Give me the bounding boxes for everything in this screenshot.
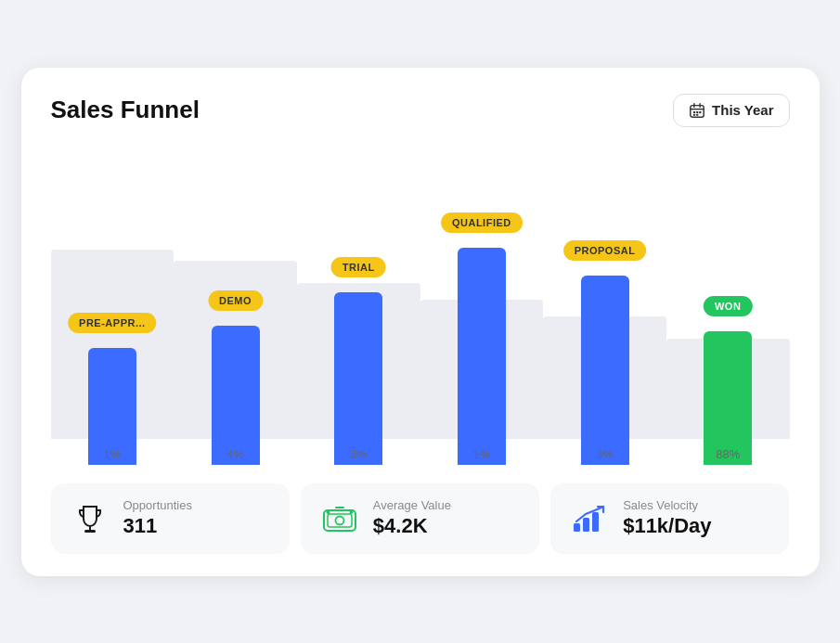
funnel-col-won: WON88% xyxy=(666,149,790,465)
stat-card-average-value: Average Value$4.2K xyxy=(301,483,539,554)
svg-rect-18 xyxy=(583,518,589,532)
stat-value-average-value: $4.2K xyxy=(373,514,451,538)
funnel-col-demo: DEMO4% xyxy=(174,149,297,465)
svg-point-14 xyxy=(326,510,330,514)
svg-rect-19 xyxy=(592,512,599,532)
funnel-bar-demo: DEMO xyxy=(212,326,260,465)
period-button[interactable]: This Year xyxy=(673,94,789,127)
stats-row: Opportunties311 Average Value$4.2K Sales… xyxy=(51,483,790,554)
card-title: Sales Funnel xyxy=(51,96,200,124)
stat-text-average-value: Average Value$4.2K xyxy=(373,498,451,538)
funnel-pct-proposal: 3% xyxy=(596,447,614,461)
funnel-pct-trial: 3% xyxy=(350,447,368,461)
stat-label-opportunities: Opportunties xyxy=(123,498,192,512)
sales-funnel-card: Sales Funnel This Year PRE-APPR...1%DEMO… xyxy=(21,68,820,576)
funnel-bar-qualified: QUALIFIED xyxy=(458,248,506,465)
stat-card-sales-velocity: Sales Velocity$11k/Day xyxy=(550,483,789,554)
funnel-tag-pre-appr: PRE-APPR... xyxy=(68,313,157,333)
funnel-pct-qualified: 1% xyxy=(472,447,490,461)
funnel-col-qualified: QUALIFIED1% xyxy=(420,149,544,465)
funnel-pct-demo: 4% xyxy=(226,447,244,461)
funnel-col-proposal: PROPOSAL3% xyxy=(543,149,666,465)
card-header: Sales Funnel This Year xyxy=(51,94,790,127)
funnel-tag-won: WON xyxy=(704,296,752,316)
svg-rect-7 xyxy=(693,114,695,116)
stat-label-sales-velocity: Sales Velocity xyxy=(623,498,711,512)
svg-rect-6 xyxy=(699,110,701,112)
opportunities-icon xyxy=(70,498,110,539)
svg-point-13 xyxy=(335,516,343,524)
stat-text-opportunities: Opportunties311 xyxy=(123,498,192,538)
funnel-pct-pre-appr: 1% xyxy=(103,447,121,461)
sales-velocity-icon xyxy=(569,498,610,539)
average-value-icon xyxy=(319,498,360,539)
stat-card-opportunities: Opportunties311 xyxy=(51,483,290,554)
stat-value-sales-velocity: $11k/Day xyxy=(623,514,711,538)
funnel-tag-qualified: QUALIFIED xyxy=(441,212,523,233)
period-label: This Year xyxy=(712,102,773,118)
funnel-tag-demo: DEMO xyxy=(208,290,263,311)
svg-rect-10 xyxy=(84,530,96,533)
funnel-tag-trial: TRIAL xyxy=(331,257,386,277)
funnel-bar-won: WON xyxy=(704,331,752,465)
funnel-col-trial: TRIAL3% xyxy=(297,149,420,465)
svg-rect-8 xyxy=(696,114,698,116)
stat-text-sales-velocity: Sales Velocity$11k/Day xyxy=(623,498,711,538)
svg-rect-5 xyxy=(696,110,698,112)
funnel-tag-proposal: PROPOSAL xyxy=(563,240,647,261)
funnel-pct-won: 88% xyxy=(716,447,740,461)
svg-point-15 xyxy=(349,510,353,514)
stat-value-opportunities: 311 xyxy=(123,514,192,538)
calendar-icon xyxy=(689,102,705,119)
funnel-bar-trial: TRIAL xyxy=(334,292,382,465)
funnel-col-pre-appr: PRE-APPR...1% xyxy=(51,149,174,465)
svg-rect-4 xyxy=(693,110,695,112)
funnel-chart: PRE-APPR...1%DEMO4%TRIAL3%QUALIFIED1%PRO… xyxy=(51,149,790,465)
svg-rect-17 xyxy=(574,523,580,532)
funnel-bar-proposal: PROPOSAL xyxy=(581,276,629,465)
stat-label-average-value: Average Value xyxy=(373,498,451,512)
